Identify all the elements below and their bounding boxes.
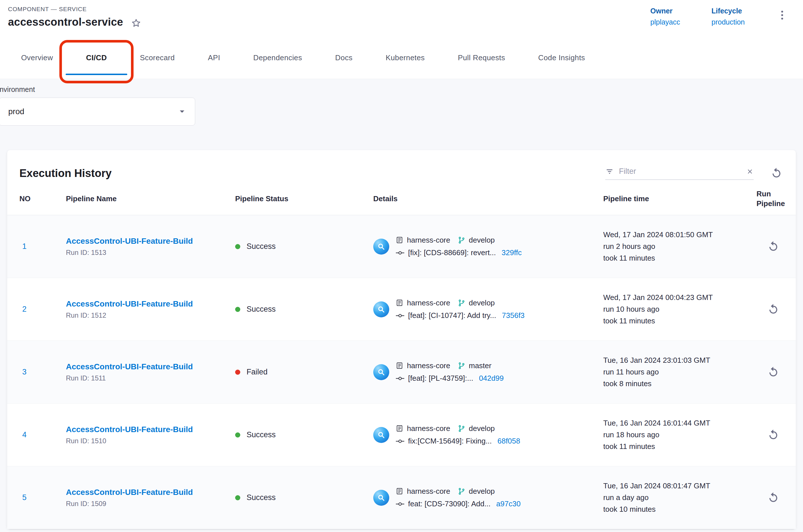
pipeline-name-link[interactable]: AccessControl-UBI-Feature-Build: [66, 488, 235, 497]
branch-name: develop: [469, 236, 495, 245]
time-duration: took 11 minutes: [603, 441, 757, 452]
repo-name: harness-core: [407, 299, 450, 307]
run-id: Run ID: 1509: [66, 500, 235, 508]
commit-hash-link[interactable]: 7356f3: [502, 311, 525, 320]
table-row: 5 AccessControl-UBI-Feature-Build Run ID…: [7, 467, 796, 529]
tab-scorecard[interactable]: Scorecard: [123, 37, 191, 79]
repo-name: harness-core: [407, 424, 450, 433]
run-id: Run ID: 1510: [66, 437, 235, 445]
git-commit-icon: [396, 374, 405, 383]
branch-name: develop: [469, 299, 495, 307]
row-number: 1: [19, 242, 66, 251]
git-branch-icon: [458, 362, 465, 369]
owner-link[interactable]: plplayacc: [650, 18, 680, 26]
column-header-details: Details: [373, 194, 603, 204]
tab-label: CI/CD: [86, 53, 107, 62]
chevron-down-icon: [177, 106, 188, 117]
status-dot: [235, 244, 240, 249]
pipeline-execution-icon: [373, 239, 389, 254]
refresh-icon[interactable]: [770, 167, 783, 179]
column-header-run-pipeline: Run Pipeline: [757, 189, 790, 208]
commit-hash-link[interactable]: a97c30: [496, 499, 520, 508]
commit-message: [feat]: [PL-43759]:...: [408, 374, 473, 383]
branch-name: develop: [469, 424, 495, 433]
time-relative: run 2 hours ago: [603, 241, 757, 252]
pipeline-name-link[interactable]: AccessControl-UBI-Feature-Build: [66, 236, 235, 246]
time-relative: run 11 hours ago: [603, 366, 757, 378]
time-date: Tue, 16 Jan 2024 08:01:47 GMT: [603, 480, 757, 492]
pipeline-name-link[interactable]: AccessControl-UBI-Feature-Build: [66, 299, 235, 308]
kebab-menu-icon[interactable]: [776, 7, 788, 21]
filter-input-wrapper: [605, 167, 753, 180]
git-commit-icon: [396, 311, 405, 320]
status-label: Success: [247, 493, 276, 502]
pipeline-time: Wed, 17 Jan 2024 00:04:23 GMT run 10 hou…: [603, 292, 757, 327]
clear-filter-icon[interactable]: [746, 168, 753, 175]
owner-label: Owner: [650, 7, 680, 15]
status-label: Success: [247, 431, 276, 439]
repository-icon: [396, 362, 403, 369]
run-id: Run ID: 1512: [66, 311, 235, 319]
repo-name: harness-core: [407, 487, 450, 496]
lifecycle-block: Lifecycle production: [711, 7, 745, 26]
time-relative: run 18 hours ago: [603, 429, 757, 441]
repository-icon: [396, 487, 403, 495]
branch-name: develop: [469, 487, 495, 496]
environment-select[interactable]: prod: [0, 98, 195, 126]
column-header-pipeline-status: Pipeline Status: [235, 194, 373, 204]
tab-api[interactable]: API: [191, 37, 236, 79]
environment-selected-value: prod: [8, 107, 24, 116]
run-pipeline-button[interactable]: [767, 366, 780, 378]
column-header-pipeline-time: Pipeline time: [603, 194, 757, 204]
status-dot: [235, 432, 240, 438]
tab-overview[interactable]: Overview: [4, 37, 70, 79]
pipeline-time: Tue, 16 Jan 2024 23:01:03 GMT run 11 hou…: [603, 355, 757, 390]
status-dot: [235, 307, 240, 312]
tab-code-insights[interactable]: Code Insights: [522, 37, 601, 79]
filter-icon: [605, 167, 614, 176]
tab-dependencies[interactable]: Dependencies: [237, 37, 319, 79]
active-tab-underline: [65, 74, 128, 75]
git-branch-icon: [458, 488, 465, 495]
row-number: 2: [19, 305, 66, 314]
status-label: Success: [247, 305, 276, 314]
lifecycle-value: production: [711, 18, 745, 26]
run-pipeline-button[interactable]: [767, 492, 780, 504]
favorite-star-icon[interactable]: [131, 16, 141, 28]
tab-label: Overview: [21, 53, 53, 62]
commit-hash-link[interactable]: 329ffc: [502, 248, 522, 257]
time-date: Tue, 16 Jan 2024 23:01:03 GMT: [603, 355, 757, 366]
filter-input[interactable]: [618, 167, 742, 176]
tab-cicd[interactable]: CI/CD: [70, 37, 123, 79]
pipeline-execution-icon: [373, 427, 389, 443]
tab-label: Kubernetes: [385, 53, 425, 62]
pipeline-execution-icon: [373, 490, 389, 506]
pipeline-name-link[interactable]: AccessControl-UBI-Feature-Build: [66, 362, 235, 371]
table-header: NO Pipeline Name Pipeline Status Details…: [7, 182, 796, 215]
run-pipeline-button[interactable]: [767, 240, 780, 253]
tab-label: Docs: [335, 53, 353, 62]
tab-docs[interactable]: Docs: [319, 37, 369, 79]
commit-hash-link[interactable]: 042d99: [479, 374, 504, 383]
run-id: Run ID: 1513: [66, 249, 235, 256]
time-date: Tue, 16 Jan 2024 16:01:44 GMT: [603, 417, 757, 429]
pipeline-time: Tue, 16 Jan 2024 08:01:47 GMT run a day …: [603, 480, 757, 515]
tab-label: Pull Requests: [458, 53, 505, 62]
pipeline-time: Wed, 17 Jan 2024 08:01:50 GMT run 2 hour…: [603, 229, 757, 264]
branch-name: master: [469, 361, 491, 370]
time-relative: run a day ago: [603, 492, 757, 504]
commit-hash-link[interactable]: 68f058: [497, 437, 520, 445]
tab-label: Code Insights: [538, 53, 585, 62]
time-date: Wed, 17 Jan 2024 08:01:50 GMT: [603, 229, 757, 241]
status-label: Success: [247, 242, 276, 251]
pipeline-name-link[interactable]: AccessControl-UBI-Feature-Build: [66, 425, 235, 434]
time-duration: took 8 minutes: [603, 378, 757, 390]
tab-kubernetes[interactable]: Kubernetes: [369, 37, 441, 79]
environment-label: Environment: [0, 86, 803, 94]
run-pipeline-button[interactable]: [767, 429, 780, 441]
lifecycle-label: Lifecycle: [711, 7, 745, 15]
run-pipeline-button[interactable]: [767, 303, 780, 316]
git-branch-icon: [458, 425, 465, 432]
repository-icon: [396, 424, 403, 432]
tab-pull-requests[interactable]: Pull Requests: [441, 37, 522, 79]
